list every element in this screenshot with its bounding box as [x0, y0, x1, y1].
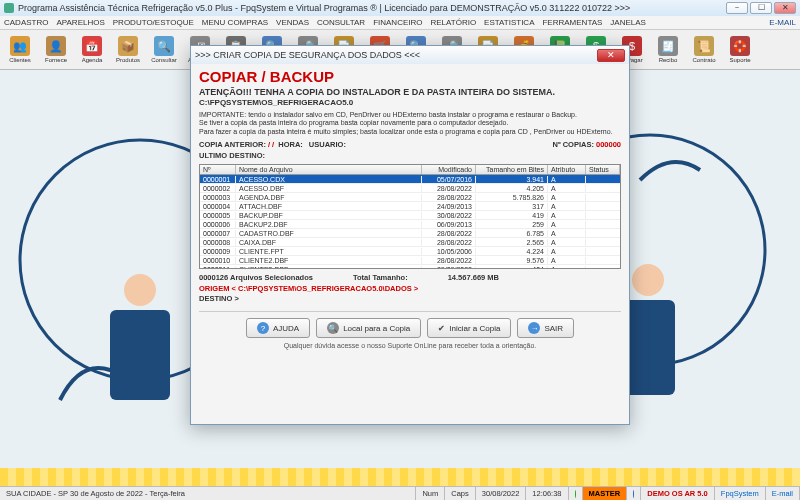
- toolbar-suporte[interactable]: 🛟Suporte: [722, 32, 758, 68]
- col-no[interactable]: Nº: [200, 165, 236, 174]
- search-icon: 🔍: [327, 322, 339, 334]
- toolbar-icon: 🛟: [730, 36, 750, 56]
- toolbar-label: Agenda: [82, 57, 103, 63]
- status-email[interactable]: E-mail: [766, 487, 800, 500]
- menu-item[interactable]: JANELAS: [610, 18, 646, 27]
- toolbar-icon: 👤: [46, 36, 66, 56]
- window-titlebar: Programa Assistência Técnica Refrigeraçã…: [0, 0, 800, 16]
- minimize-button[interactable]: －: [726, 2, 748, 14]
- toolbar-contrato[interactable]: 📜Contrato: [686, 32, 722, 68]
- table-row[interactable]: 0000007CADASTRO.DBF28/08/20226.785A: [200, 229, 620, 238]
- backup-dialog: >>> CRIAR COPIA DE SEGURANÇA DOS DADOS <…: [190, 45, 630, 425]
- toolbar-agenda[interactable]: 📅Agenda: [74, 32, 110, 68]
- menu-item[interactable]: RELATÓRIO: [430, 18, 476, 27]
- menu-item[interactable]: APARELHOS: [56, 18, 104, 27]
- total-label: Total Tamanho:: [353, 273, 408, 282]
- menu-item[interactable]: CADASTRO: [4, 18, 48, 27]
- label-anterior: COPIA ANTERIOR:: [199, 140, 266, 149]
- statusbar: SUA CIDADE - SP 30 de Agosto de 2022 - T…: [0, 486, 800, 500]
- app-icon: [4, 3, 14, 13]
- label-ncopias: Nº COPIAS:: [552, 140, 594, 149]
- svg-point-5: [632, 264, 664, 296]
- total-size: 14.567.669 MB: [448, 273, 499, 282]
- check-icon: ✔: [438, 324, 445, 333]
- col-tamanho[interactable]: Tamanho em Bites: [476, 165, 548, 174]
- label-usuario: USUARIO:: [309, 140, 346, 149]
- table-row[interactable]: 0000006BACKUP2.DBF06/09/2013259A: [200, 220, 620, 229]
- status-city: SUA CIDADE - SP 30 de Agosto de 2022 - T…: [0, 487, 416, 500]
- svg-rect-2: [110, 310, 170, 400]
- table-row[interactable]: 0000003AGENDA.DBF28/08/20225.785.826A: [200, 193, 620, 202]
- col-atributo[interactable]: Atributo: [548, 165, 586, 174]
- toolbar-label: Consultar: [151, 57, 177, 63]
- value-anterior: / /: [268, 140, 274, 149]
- menu-item[interactable]: CONSULTAR: [317, 18, 365, 27]
- status-master: MASTER: [583, 487, 628, 500]
- dialog-note: IMPORTANTE: tendo o instalador salvo em …: [199, 111, 621, 136]
- col-modificado[interactable]: Modificado: [422, 165, 476, 174]
- toolbar-label: Recibo: [659, 57, 678, 63]
- table-row[interactable]: 0000002ACESSO.DBF28/08/20224.205A: [200, 184, 620, 193]
- toolbar-icon: 🧾: [658, 36, 678, 56]
- label-hora: HORA:: [278, 140, 303, 149]
- toolbar-consultar[interactable]: 🔍Consultar: [146, 32, 182, 68]
- menu-item[interactable]: ESTATISTICA: [484, 18, 534, 27]
- grid-header: Nº Nome do Arquivo Modificado Tamanho em…: [200, 165, 620, 175]
- menu-item[interactable]: FINANCEIRO: [373, 18, 422, 27]
- table-row[interactable]: 0000010CLIENTE2.DBF28/08/20229.576A: [200, 256, 620, 265]
- table-row[interactable]: 0000004ATTACH.DBF24/09/2013317A: [200, 202, 620, 211]
- table-row[interactable]: 0000001ACESSO.CDX05/07/20163.941A: [200, 175, 620, 184]
- status-indicator-blue: [627, 487, 641, 500]
- window-close-button[interactable]: ✕: [774, 2, 796, 14]
- sair-button[interactable]: →SAIR: [517, 318, 574, 338]
- file-count: 0000126 Arquivos Selecionados: [199, 273, 313, 282]
- origin-path: ORIGEM < C:\FPQSYSTEM\OS_REFRIGERACAO5.0…: [199, 284, 621, 293]
- file-grid[interactable]: Nº Nome do Arquivo Modificado Tamanho em…: [199, 164, 621, 269]
- label-ultimo-destino: ULTIMO DESTINO:: [199, 151, 265, 160]
- status-time: 12:06:38: [526, 487, 568, 500]
- dialog-title: >>> CRIAR COPIA DE SEGURANÇA DOS DADOS <…: [195, 50, 420, 60]
- decorative-strip: [0, 468, 800, 486]
- toolbar-recibo[interactable]: 🧾Recibo: [650, 32, 686, 68]
- menu-item[interactable]: PRODUTO/ESTOQUE: [113, 18, 194, 27]
- toolbar-label: Fornece: [45, 57, 67, 63]
- col-nome[interactable]: Nome do Arquivo: [236, 165, 422, 174]
- toolbar-icon: 📅: [82, 36, 102, 56]
- table-row[interactable]: 0000009CLIENTE.FPT10/05/20064.224A: [200, 247, 620, 256]
- destino-label: DESTINO >: [199, 294, 621, 303]
- toolbar-clientes[interactable]: 👥Clientes: [2, 32, 38, 68]
- local-copia-button[interactable]: 🔍Local para a Copia: [316, 318, 421, 338]
- col-status[interactable]: Status: [586, 165, 620, 174]
- iniciar-copia-button[interactable]: ✔Iniciar a Copia: [427, 318, 511, 338]
- status-num: Num: [416, 487, 445, 500]
- install-path: C:\FPQSYSTEM\OS_REFRIGERACAO5.0: [199, 98, 621, 107]
- value-ncopias: 000000: [596, 140, 621, 149]
- table-row[interactable]: 0000005BACKUP.DBF30/08/2022419A: [200, 211, 620, 220]
- maximize-button[interactable]: ☐: [750, 2, 772, 14]
- table-row[interactable]: 0000011CLIENTE3.DBF28/08/2022404A: [200, 265, 620, 269]
- toolbar-icon: 🔍: [154, 36, 174, 56]
- toolbar-label: Produtos: [116, 57, 140, 63]
- toolbar-produtos[interactable]: 📦Produtos: [110, 32, 146, 68]
- summary-row: 0000126 Arquivos Selecionados Total Tama…: [199, 273, 621, 282]
- toolbar-fornece[interactable]: 👤Fornece: [38, 32, 74, 68]
- menu-email[interactable]: E-MAIL: [769, 18, 796, 27]
- toolbar-icon: 📦: [118, 36, 138, 56]
- window-title: Programa Assistência Técnica Refrigeraçã…: [18, 3, 726, 13]
- toolbar-label: Contrato: [692, 57, 715, 63]
- toolbar-icon: 👥: [10, 36, 30, 56]
- menu-item[interactable]: VENDAS: [276, 18, 309, 27]
- exit-icon: →: [528, 322, 540, 334]
- toolbar-label: Clientes: [9, 57, 31, 63]
- menu-item[interactable]: MENU COMPRAS: [202, 18, 268, 27]
- table-row[interactable]: 0000008CAIXA.DBF28/08/20222.565A: [200, 238, 620, 247]
- help-icon: ?: [257, 322, 269, 334]
- toolbar-label: Suporte: [729, 57, 750, 63]
- status-fpq[interactable]: FpqSystem: [715, 487, 766, 500]
- status-caps: Caps: [445, 487, 476, 500]
- dialog-close-button[interactable]: ✕: [597, 49, 625, 62]
- dialog-warning: ATENÇÃO!!! TENHA A COPIA DO INSTALADOR E…: [199, 87, 621, 97]
- menu-item[interactable]: FERRAMENTAS: [542, 18, 602, 27]
- ajuda-button[interactable]: ?AJUDA: [246, 318, 310, 338]
- status-indicator-green: [569, 487, 583, 500]
